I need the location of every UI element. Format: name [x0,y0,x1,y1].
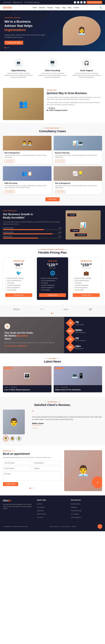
hero-cta-button[interactable]: LEARN MORE HERE [4,41,23,45]
cases-grid: 👨‍💼👩‍💼 Plan & Management Lorem ipsum dol… [3,136,102,194]
partner-dot-2[interactable] [53,313,54,314]
appt-dot-2[interactable] [31,488,33,489]
twitter-icon[interactable]: t [77,1,79,4]
stat-display-1: 7M [75,321,84,324]
message-textarea[interactable] [3,472,61,480]
footer-service-4[interactable]: IT Consulting [71,513,79,515]
footer-service-1[interactable]: Business Advice [71,503,81,505]
footer-sitemap-link[interactable]: Sitemap [72,526,76,527]
nav-projects[interactable]: Projects [47,7,53,8]
news-date-1: JAN 18 [4,387,8,388]
thumb-1[interactable]: 👨 [3,436,9,442]
starter-purchase-button[interactable]: Purchase Now [5,293,32,297]
grow-section: 👥 QUICKEST WAY Quickest Way to Grow Busi… [0,85,105,123]
basic-feature-5: Finance Management [39,286,66,289]
youtube-icon[interactable]: y [83,1,86,4]
name-input[interactable] [3,461,31,465]
thumb-2[interactable]: 👩 [9,436,15,442]
case-btn-2[interactable]: READ MORE [55,160,65,162]
footer-link-team[interactable]: Meet The Team [37,513,46,515]
progress-label-1: Investment (2020) [3,227,13,229]
footer-link-blog[interactable]: Latest Blog [37,510,43,511]
testimonial-thumbs: 👨 👩 👨‍🦱 [3,436,29,442]
form-row-2 [3,466,61,470]
footer-bottom: © Copyright 2024, All Rights Reserved by… [3,522,102,529]
author-name: Mr. Uricko, Company Founder [47,110,102,111]
premium-purchase-button[interactable]: Purchase Now [73,293,100,297]
nav-pages[interactable]: Pages [55,7,60,8]
case-body-2: Business Planning Lorem ipsum dolor sit … [54,150,102,164]
news-grid: CONSULTING 👨‍👩‍👧 JAN 18 4 COMMENTS Love … [3,366,102,392]
hero-dot-2[interactable] [6,47,7,48]
stat-label-2: Better Something [75,332,85,333]
stats-title: Your Goals are Our Goals, We Believe Bus… [4,332,60,340]
phone-input[interactable] [3,466,31,470]
case-image-4: 📈💡 [54,166,102,181]
stat-label-1: Happy Projects [75,324,84,325]
stat-number-2: 5000+ [68,330,73,332]
progress-bar-bg-1 [3,229,61,230]
facebook-icon[interactable]: f [74,1,76,4]
site-logo[interactable]: Uricko [3,6,12,9]
news-comments-2: 4 COMMENTS [60,387,68,388]
testimonials-header: TESTIMONIALS Satisfied Client's Reviews. [3,401,102,407]
nav-shop[interactable]: Shop [62,7,66,8]
partner-logo-w: W [89,308,92,311]
basic-purchase-button[interactable]: Purchase Now [39,293,66,297]
view-more-button[interactable]: VIEW MORE [45,197,60,201]
progress-bar-fill-3 [3,238,38,238]
submit-button[interactable]: SUBMIT NOW [3,482,18,486]
nav-blog[interactable]: Blog [68,7,71,8]
case-image-1: 👨‍💼👩‍💼 [3,136,51,150]
partner-logo-brimc: BRIMC [13,308,20,310]
footer-link-about[interactable]: About Us [37,503,42,505]
progress-bar-bg-2 [3,234,61,234]
appt-dot-3[interactable] [33,488,35,489]
starter-icon: 🐦 [5,270,32,276]
basic-period: Basic Plan [39,267,66,269]
growth-description: Lorem ipsum dolor sit amet, consectetur … [3,221,61,225]
news-badge-2: CONSULTING [55,367,63,369]
footer-bottom-links: Privacy Statement Terms & Conditions Sit… [49,526,76,527]
footer-service-3[interactable]: Finance Planning [71,510,81,511]
stat-item-1: 7M 7M Happy Projects [67,320,102,326]
case-btn-3[interactable]: READ MORE [4,190,14,193]
starter-price: $96.90 [5,262,32,267]
price-card-basic: BASIC PLAN $120.90 Basic Plan 🌐 Business… [37,257,68,300]
starter-feature-1: Business & Sales Analyzing [5,277,32,280]
footer-terms-link[interactable]: Terms & Conditions [60,526,70,527]
case-btn-1[interactable]: READ MORE [4,160,14,162]
premium-icon: 💼 [73,270,100,276]
starter-feature-5: Finance Management [5,286,32,289]
search-icon[interactable]: 🔍 [100,6,102,9]
consultancy-header: BEST WORK WE DO Consultancy Cases [3,127,102,133]
news-label: OUR NEWS [3,358,102,359]
top-appointment-button[interactable]: Book An Appointment [87,1,102,4]
footer-privacy-link[interactable]: Privacy Statement [49,526,59,527]
linkedin-icon[interactable]: in [80,1,83,4]
subject-input[interactable] [33,466,61,470]
case-card-2: 📊💻 Business Planning Lorem ipsum dolor s… [54,136,102,164]
appt-dot-1[interactable] [30,488,31,489]
footer-copyright: © Copyright 2024, All Rights Reserved by… [3,526,28,527]
email-input[interactable] [33,461,61,465]
footer-service-5[interactable]: HR Management [71,517,81,518]
footer-link-contact[interactable]: Contact Us [37,517,43,518]
nav-services[interactable]: Services [39,7,45,8]
footer-link-services[interactable]: Our Services [37,506,44,508]
nav-home[interactable]: Home [33,7,37,8]
starter-feature-2: 30 Core Media Discount [5,280,32,282]
nav-links: Home Services Projects Pages Shop Blog C… [33,7,79,8]
progress-label-2: Investment (2040) [3,232,13,233]
hero-dot-3[interactable] [8,47,9,48]
footer-service-2[interactable]: Marketing [71,506,77,508]
nav-contact[interactable]: Contact [74,7,79,8]
news-comments-1: 4 COMMENTS [9,387,17,388]
footer-about-text: We're giving the entire organisation the… [3,503,34,510]
hero-dot-1[interactable] [4,47,5,48]
thumb-3[interactable]: 👨‍🦱 [16,436,22,442]
case-btn-4[interactable]: READ MORE [55,190,65,193]
partner-dot-1[interactable] [51,313,52,314]
stat-item-3: 1M 1M Service Collected [67,336,102,342]
appointment-image-area: 👨‍💼 ✓ [64,450,102,491]
